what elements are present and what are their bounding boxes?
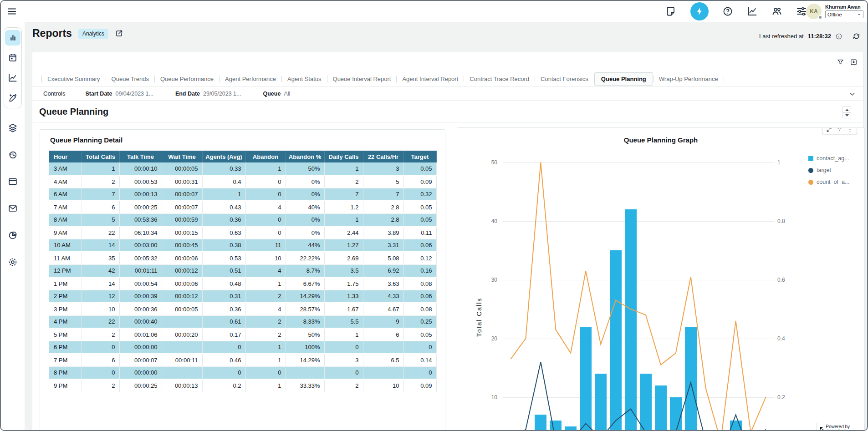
table-cell: 0.51 <box>202 264 245 277</box>
table-cell: 4.67 <box>363 303 403 315</box>
bar-6-am[interactable] <box>535 415 546 431</box>
table-cell: 6 PM <box>49 341 82 354</box>
stepper-up-button[interactable] <box>843 107 851 112</box>
chart-filter-icon[interactable] <box>837 127 842 132</box>
legend-item-count-of-a[interactable]: count_of_a... <box>808 179 849 185</box>
table-cell <box>162 341 202 354</box>
expand-icon[interactable] <box>826 127 832 132</box>
tab-contract-trace-record[interactable]: Contract Trace Record <box>464 73 535 85</box>
refresh-icon[interactable] <box>852 32 861 41</box>
column-header-target[interactable]: Target <box>403 151 436 162</box>
table-cell: 0.25 <box>403 315 436 328</box>
note-icon[interactable] <box>666 6 677 17</box>
tab-queue-interval-report[interactable]: Queue Interval Report <box>327 73 397 85</box>
external-link-icon[interactable] <box>115 29 123 38</box>
table-cell: 00:01:06 <box>119 328 162 341</box>
column-header-agents-avg[interactable]: Agents (Avg) <box>202 151 245 162</box>
bar-12-pm[interactable] <box>625 209 637 431</box>
table-cell: 00:00:54 <box>119 277 162 290</box>
stepper-down-button[interactable] <box>843 112 851 118</box>
sidebar-item-datasets[interactable] <box>5 120 20 136</box>
tab-contact-forensics[interactable]: Contact Forensics <box>535 73 594 85</box>
sidebar <box>1 22 25 430</box>
sliders-icon[interactable] <box>796 6 807 17</box>
control-end-date[interactable]: End Date29/05/2023 1... <box>175 91 241 97</box>
legend-marker <box>808 180 813 185</box>
table-cell: 1.33 <box>324 290 363 303</box>
table-cell: 0 <box>403 341 436 354</box>
control-queue[interactable]: QueueAll <box>263 91 290 97</box>
table-cell: 5 <box>363 175 403 188</box>
table-cell: 35 <box>82 252 119 264</box>
help-icon[interactable] <box>722 6 733 17</box>
column-header-wait-time[interactable]: Wait Time <box>162 151 202 162</box>
metrics-icon[interactable] <box>747 6 758 17</box>
table-cell: 4 <box>245 201 286 213</box>
bar-8-am[interactable] <box>565 426 577 431</box>
sidebar-item-metrics[interactable] <box>5 70 20 86</box>
table-row: 8 PM000:00:000000 <box>49 366 436 379</box>
count-line <box>511 162 766 431</box>
people-icon[interactable] <box>771 6 782 17</box>
legend-item-target[interactable]: target <box>808 167 849 173</box>
controls-collapse-icon[interactable] <box>849 91 856 97</box>
export-icon[interactable] <box>850 58 858 66</box>
bar-10-am[interactable] <box>595 374 607 431</box>
filter-icon[interactable] <box>837 58 844 66</box>
table-cell: 0.46 <box>202 354 245 366</box>
tab-agent-status[interactable]: Agent Status <box>282 73 327 85</box>
legend-item-contact-ag[interactable]: contact_ag... <box>808 155 849 162</box>
control-value: 09/04/2023 1... <box>115 91 153 97</box>
table-cell: 00:00:15 <box>162 226 202 239</box>
bar-9-am[interactable] <box>580 327 592 431</box>
history-icon <box>8 150 18 160</box>
sidebar-item-settings[interactable] <box>5 254 20 270</box>
bar-2-pm[interactable] <box>655 385 667 431</box>
bar-7-pm[interactable] <box>730 421 742 431</box>
sidebar-item-reports-pie[interactable] <box>5 228 20 243</box>
status-select[interactable]: Offline <box>825 10 863 18</box>
sidebar-item-dashboards[interactable] <box>5 30 20 46</box>
hamburger-menu-icon[interactable] <box>6 6 17 17</box>
table-cell: 3.31 <box>363 239 403 252</box>
tab-wrap-up-performance[interactable]: Wrap-Up Performance <box>654 73 724 85</box>
table-cell: 0 <box>245 175 286 188</box>
info-icon[interactable] <box>835 33 842 40</box>
bar-4-pm[interactable] <box>685 327 697 431</box>
kebab-menu-icon[interactable] <box>847 127 853 132</box>
column-header-hour[interactable]: Hour <box>49 151 82 162</box>
tab-agent-interval-report[interactable]: Agent Interval Report <box>397 73 464 85</box>
sidebar-item-mail[interactable] <box>5 201 20 216</box>
sidebar-item-design[interactable] <box>5 90 20 106</box>
column-header-daily-calls[interactable]: Daily Calls <box>324 151 363 162</box>
table-cell <box>363 341 403 354</box>
table-cell: 0% <box>286 213 324 226</box>
table-cell: 00:03:00 <box>119 239 162 252</box>
sidebar-item-apps[interactable] <box>5 174 20 189</box>
control-start-date[interactable]: Start Date09/04/2023 1... <box>85 91 153 97</box>
tab-queue-performance[interactable]: Queue Performance <box>155 73 219 85</box>
bar-1-pm[interactable] <box>640 374 652 431</box>
tab-queue-planning[interactable]: Queue Planning <box>594 72 653 86</box>
column-header-total-calls[interactable]: Total Calls <box>82 151 119 162</box>
avatar[interactable]: KA <box>806 4 822 19</box>
table-cell: 0 <box>324 341 363 354</box>
sidebar-item-history[interactable] <box>5 147 20 162</box>
table-cell: 1 <box>245 379 286 392</box>
column-header-abandon[interactable]: Abandon % <box>286 151 324 162</box>
tab-agent-performance[interactable]: Agent Performance <box>220 73 281 85</box>
bar-3-pm[interactable] <box>670 397 682 431</box>
table-cell: 00:00:00 <box>119 366 162 379</box>
tab-executive-summary[interactable]: Executive Summary <box>42 73 106 85</box>
sidebar-item-calendar[interactable] <box>5 50 20 66</box>
gear-icon <box>8 257 18 267</box>
column-header-talk-time[interactable]: Talk Time <box>119 151 162 162</box>
column-header-abandon[interactable]: Abandon <box>245 151 286 162</box>
column-header-22-calls-hr[interactable]: 22 Calls/Hr <box>363 151 403 162</box>
tab-queue-trends[interactable]: Queue Trends <box>106 73 154 85</box>
bar-11-am[interactable] <box>610 250 622 431</box>
bolt-icon[interactable] <box>690 2 709 20</box>
table-cell: 0.31 <box>202 290 245 303</box>
bar-7-am[interactable] <box>550 421 562 431</box>
table-cell: 0.32 <box>403 188 436 201</box>
